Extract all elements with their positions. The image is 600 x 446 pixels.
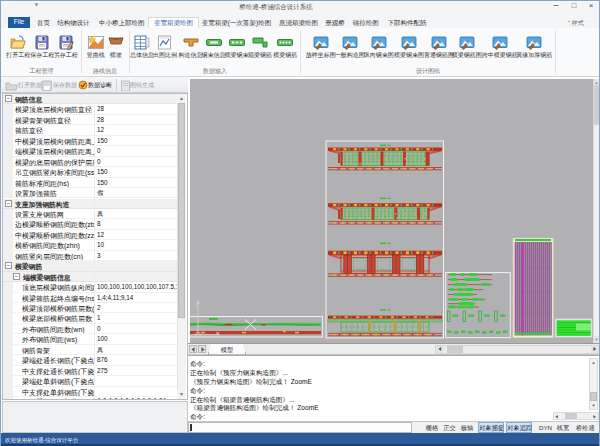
svg-text:Y: Y	[195, 302, 199, 308]
